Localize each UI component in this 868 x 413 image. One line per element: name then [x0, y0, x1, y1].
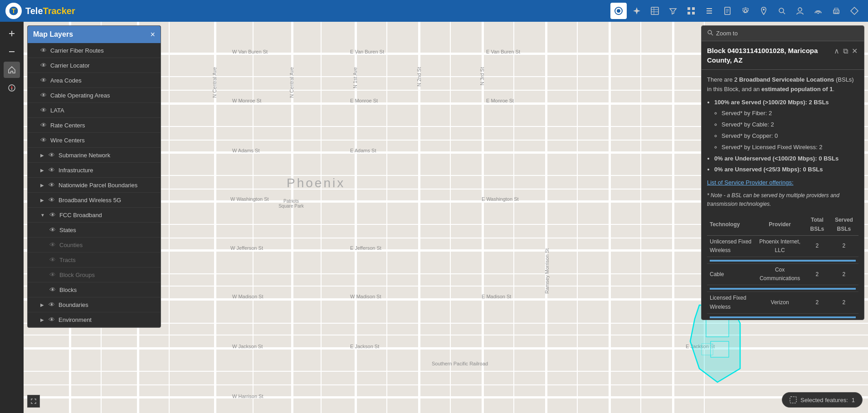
- print-tool-btn[interactable]: [828, 3, 844, 19]
- layer-item-rate-centers[interactable]: 👁 Rate Centers: [28, 118, 161, 133]
- eye-icon: 👁: [40, 136, 47, 144]
- info-close-btn[interactable]: ✕: [851, 46, 858, 56]
- eye-icon: 👁: [40, 62, 47, 69]
- layer-item-wire-centers[interactable]: 👁 Wire Centers: [28, 133, 161, 148]
- svg-point-24: [818, 13, 819, 14]
- svg-rect-9: [692, 7, 695, 10]
- pin-tool-btn[interactable]: [756, 3, 772, 19]
- location-tool-btn[interactable]: [629, 3, 645, 19]
- toolbar: T TeleTracker: [0, 0, 868, 22]
- info-collapse-btn[interactable]: ∧: [833, 46, 840, 56]
- provider-cell: Cox Communications: [755, 264, 805, 285]
- grid-tool-btn[interactable]: [683, 3, 699, 19]
- served-cell: 2: [829, 264, 858, 285]
- served-pct: 100%: [714, 99, 729, 106]
- info-panel: Zoom to Block 040131141001028, Maricopa …: [701, 25, 864, 320]
- expand-map-btn[interactable]: [27, 395, 40, 408]
- info-zoom-bar[interactable]: Zoom to: [702, 26, 864, 41]
- expand-icon: ▶: [40, 302, 44, 307]
- bsl-count: 2: [734, 76, 737, 83]
- selected-features-badge: Selected features: 1: [782, 392, 863, 408]
- layer-item-carrier-locator[interactable]: 👁 Carrier Locator: [28, 58, 161, 73]
- layer-item-boundaries[interactable]: ▶ 👁 Boundaries: [28, 297, 161, 312]
- info-table: Technology Provider Total BSLs Served BS…: [707, 214, 858, 320]
- subtract-left-btn[interactable]: [4, 44, 20, 60]
- unserved-bsl: 0 BSLs: [803, 166, 823, 173]
- layer-label: Wire Centers: [50, 137, 85, 144]
- svg-point-35: [708, 30, 712, 34]
- layer-item-area-codes[interactable]: 👁 Area Codes: [28, 73, 161, 88]
- lfw-count: 2: [819, 144, 822, 151]
- layer-item-counties[interactable]: 👁 Counties: [28, 238, 161, 253]
- home-left-btn[interactable]: [4, 62, 20, 78]
- layer-label: Carrier Fiber Routes: [50, 47, 104, 54]
- layer-item-blocks[interactable]: 👁 Blocks: [28, 282, 161, 297]
- layer-item-submarine[interactable]: ▶ 👁 Submarine Network: [28, 148, 161, 163]
- layer-item-parcel[interactable]: ▶ 👁 Nationwide Parcel Boundaries: [28, 178, 161, 193]
- layer-item-carrier-fiber[interactable]: 👁 Carrier Fiber Routes: [28, 43, 161, 58]
- settings-tool-btn[interactable]: [737, 3, 754, 19]
- selection-icon: [790, 396, 797, 403]
- info-popout-btn[interactable]: ⧉: [842, 46, 849, 56]
- layer-item-tracts[interactable]: 👁 Tracts: [28, 253, 161, 267]
- list-tool-btn[interactable]: [701, 3, 717, 19]
- info-body: There are 2 Broadband Serviceable Locati…: [702, 70, 864, 320]
- logo-icon: T: [5, 3, 22, 19]
- layer-item-block-groups[interactable]: 👁 Block Groups: [28, 267, 161, 282]
- table-row: Unlicensed Fixed Wireless Phoenix Intern…: [707, 235, 858, 257]
- svg-rect-34: [702, 344, 713, 355]
- layer-item-cable-operating[interactable]: 👁 Cable Operating Areas: [28, 88, 161, 103]
- eye-icon: 👁: [40, 77, 47, 84]
- table-row: Cable Cox Communications 2 2: [707, 264, 858, 285]
- layers-panel: Map Layers × 👁 Carrier Fiber Routes 👁 Ca…: [27, 25, 161, 328]
- user-tool-btn[interactable]: [792, 3, 808, 19]
- signal-tool-btn[interactable]: [810, 3, 826, 19]
- service-provider-link[interactable]: List of Service Provider offerings:: [707, 179, 794, 186]
- layer-item-states[interactable]: 👁 States: [28, 223, 161, 238]
- add-left-btn[interactable]: [4, 25, 20, 42]
- layer-label: FCC Broadband: [59, 212, 102, 219]
- layers-close-button[interactable]: ×: [150, 30, 155, 39]
- expand-icon: ▶: [40, 183, 44, 188]
- logo-text: TeleTracker: [25, 6, 75, 16]
- eye-icon: 👁: [49, 286, 56, 293]
- expand-icon: ▶: [40, 317, 44, 322]
- svg-rect-11: [692, 12, 695, 15]
- compass-left-btn[interactable]: [4, 80, 20, 96]
- table-tool-btn[interactable]: [647, 3, 663, 19]
- layer-label: Counties: [59, 242, 83, 248]
- layer-item-fcc-broadband[interactable]: ▼ 👁 FCC Broadband: [28, 208, 161, 223]
- col-served-bsls: Served BSLs: [829, 214, 858, 235]
- eye-icon: 👁: [40, 107, 47, 114]
- layer-label: Block Groups: [59, 272, 95, 278]
- svg-rect-32: [706, 319, 729, 337]
- logo-area: T TeleTracker: [0, 3, 91, 19]
- layer-label: Submarine Network: [59, 152, 110, 159]
- svg-rect-33: [711, 341, 729, 357]
- toolbar-tools: [91, 3, 868, 19]
- layer-item-lata[interactable]: 👁 LATA: [28, 103, 161, 118]
- provider-cell: Phoenix Internet, LLC: [755, 235, 805, 257]
- eye-icon: 👁: [40, 121, 47, 129]
- layer-item-environment[interactable]: ▶ 👁 Environment: [28, 312, 161, 327]
- diamond-tool-btn[interactable]: [846, 3, 863, 19]
- svg-text:T: T: [12, 7, 16, 15]
- layers-tool-btn[interactable]: [610, 3, 627, 19]
- layer-label: Infrastructure: [59, 167, 93, 174]
- eye-icon: 👁: [49, 316, 55, 323]
- layer-label: States: [59, 227, 76, 233]
- search-tool-btn[interactable]: [774, 3, 790, 19]
- tech-cell: Licensed Fixed Wireless: [707, 292, 755, 313]
- col-provider: Provider: [755, 214, 805, 235]
- eye-icon: 👁: [40, 47, 47, 54]
- layer-item-infrastructure[interactable]: ▶ 👁 Infrastructure: [28, 163, 161, 178]
- eye-icon: 👁: [49, 241, 56, 248]
- svg-rect-8: [688, 7, 690, 10]
- eye-icon: 👁: [49, 181, 55, 189]
- tech-cell: Unlicensed Fixed Wireless: [707, 235, 755, 257]
- filter-tool-btn[interactable]: [665, 3, 681, 19]
- layer-item-broadband-5g[interactable]: ▶ 👁 Broadband Wireless 5G: [28, 193, 161, 208]
- map-container[interactable]: W Van Buren St E Van Buren St E Van Bure…: [24, 22, 868, 413]
- info-header-actions: ∧ ⧉ ✕: [833, 46, 858, 56]
- report-tool-btn[interactable]: [719, 3, 736, 19]
